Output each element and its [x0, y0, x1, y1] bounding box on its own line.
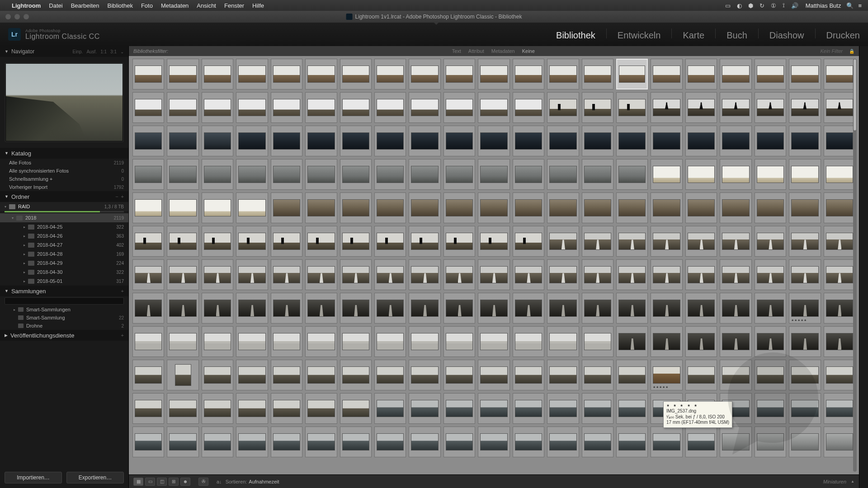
- thumbnail-cell[interactable]: [305, 259, 337, 290]
- thumbnail-cell[interactable]: [305, 293, 337, 324]
- folders-plus-icon[interactable]: +: [121, 194, 124, 199]
- module-buch[interactable]: Buch: [726, 30, 747, 41]
- thumbnail-cell[interactable]: [340, 427, 372, 457]
- thumbnail-cell[interactable]: [305, 393, 337, 424]
- thumbnail-cell[interactable]: [755, 159, 786, 190]
- thumbnail-cell[interactable]: [374, 360, 406, 390]
- thumbnail-cell[interactable]: [409, 159, 440, 190]
- thumbnail-cell[interactable]: [202, 326, 233, 357]
- thumbnail-cell[interactable]: [443, 360, 475, 390]
- thumbnail-cell[interactable]: [824, 126, 855, 156]
- thumbnail-cell[interactable]: [236, 259, 268, 290]
- catalog-header[interactable]: ▼ Katalog: [0, 148, 128, 159]
- thumbnail-cell[interactable]: [132, 360, 164, 390]
- navigator-header[interactable]: ▼ Navigator Einp. Ausf. 1:1 3:1 ⌄: [0, 46, 128, 57]
- thumbnail-cell[interactable]: [305, 427, 337, 457]
- thumbnail-cell[interactable]: [755, 427, 786, 457]
- thumbnail-cell[interactable]: [132, 393, 164, 424]
- thumbnail-cell[interactable]: [616, 126, 648, 156]
- thumbnail-cell[interactable]: [340, 192, 372, 223]
- thumbnail-cell[interactable]: [685, 92, 717, 123]
- thumbnail-cell[interactable]: [616, 293, 648, 324]
- thumbnail-cell[interactable]: [478, 427, 509, 457]
- thumbnail-cell[interactable]: [582, 192, 613, 223]
- thumbnail-cell[interactable]: [132, 159, 164, 190]
- thumbnail-cell[interactable]: [651, 326, 682, 357]
- thumbnail-cell[interactable]: [443, 259, 475, 290]
- thumbnail-cell[interactable]: [824, 360, 855, 390]
- thumbnail-cell[interactable]: [167, 226, 198, 257]
- menu-datei[interactable]: Datei: [49, 2, 62, 9]
- thumbnail-cell[interactable]: [789, 393, 821, 424]
- thumbnail-cell[interactable]: [167, 92, 198, 123]
- thumbnail-cell[interactable]: [443, 226, 475, 257]
- thumbnail-cell[interactable]: [167, 259, 198, 290]
- thumbnail-cell[interactable]: [755, 393, 786, 424]
- thumbnail-cell[interactable]: [236, 427, 268, 457]
- thumbnail-cell[interactable]: [789, 92, 821, 123]
- thumbnail-cell[interactable]: [443, 59, 475, 89]
- thumbnail-cell[interactable]: [132, 192, 164, 223]
- thumbnail-cell[interactable]: [236, 326, 268, 357]
- collection-row[interactable]: Drohne2: [0, 322, 128, 330]
- navigator-fit[interactable]: Einp.: [73, 49, 83, 54]
- thumbnail-cell[interactable]: [582, 326, 613, 357]
- thumbnail-cell[interactable]: [720, 427, 751, 457]
- thumbnail-cell[interactable]: [685, 427, 717, 457]
- thumbnail-cell[interactable]: [340, 92, 372, 123]
- thumbnail-cell[interactable]: [409, 92, 440, 123]
- catalog-row[interactable]: Vorheriger Import1792: [0, 183, 128, 191]
- menu-foto[interactable]: Foto: [141, 2, 153, 9]
- wifi-icon[interactable]: ⟟: [783, 2, 785, 9]
- folder-date-row[interactable]: ▸2018-04-28169: [0, 249, 128, 258]
- thumbnail-cell[interactable]: [271, 393, 302, 424]
- thumbnail-cell[interactable]: [478, 192, 509, 223]
- catalog-row[interactable]: Schnellsammlung +0: [0, 175, 128, 183]
- collection-row[interactable]: Smart-Sammlung22: [0, 314, 128, 322]
- thumbnail-cell[interactable]: [271, 92, 302, 123]
- folder-date-row[interactable]: ▸2018-04-25322: [0, 222, 128, 231]
- thumbnail-cell[interactable]: [616, 192, 648, 223]
- thumbnail-cell[interactable]: [271, 226, 302, 257]
- thumbnail-cell[interactable]: [202, 192, 233, 223]
- thumbnail-cell[interactable]: [132, 259, 164, 290]
- thumbnail-cell[interactable]: [167, 393, 198, 424]
- thumbnail-cell[interactable]: [582, 126, 613, 156]
- painter-tool-button[interactable]: ✇: [198, 478, 208, 486]
- collections-header[interactable]: ▼ Sammlungen +: [0, 286, 128, 296]
- collections-plus-icon[interactable]: +: [121, 288, 124, 294]
- thumbnail-cell[interactable]: [824, 427, 855, 457]
- thumbnail-cell[interactable]: [340, 226, 372, 257]
- thumbnail-cell[interactable]: [202, 393, 233, 424]
- thumbnail-cell[interactable]: [755, 259, 786, 290]
- thumbnail-cell[interactable]: [755, 92, 786, 123]
- menu-bibliothek[interactable]: Bibliothek: [108, 2, 133, 9]
- thumbnail-cell[interactable]: [478, 360, 509, 390]
- folder-date-row[interactable]: ▸2018-04-27402: [0, 240, 128, 249]
- thumbnail-cell[interactable]: ★★★★★: [651, 360, 682, 390]
- scrollbar-thumb[interactable]: [853, 59, 857, 131]
- filter-attribute-tab[interactable]: Attribut: [468, 48, 484, 54]
- thumbnail-cell[interactable]: [202, 126, 233, 156]
- thumbnail-cell[interactable]: [720, 226, 751, 257]
- thumbnail-cell[interactable]: [789, 360, 821, 390]
- disclosure-triangle-icon[interactable]: ▸: [24, 261, 28, 265]
- folders-minus-icon[interactable]: −: [115, 194, 118, 199]
- thumbnail-cell[interactable]: [824, 226, 855, 257]
- thumbnail-cell[interactable]: [374, 393, 406, 424]
- thumbnail-cell[interactable]: [720, 360, 751, 390]
- thumbnail-cell[interactable]: [755, 360, 786, 390]
- thumbnail-cell[interactable]: [582, 59, 613, 89]
- thumbnail-cell[interactable]: [513, 59, 544, 89]
- thumbnail-cell[interactable]: [582, 393, 613, 424]
- thumbnail-cell[interactable]: [305, 126, 337, 156]
- thumbnail-cell[interactable]: [374, 259, 406, 290]
- thumbnail-cell[interactable]: [305, 159, 337, 190]
- thumbnail-cell[interactable]: [409, 259, 440, 290]
- thumbnail-cell[interactable]: [616, 360, 648, 390]
- thumbnail-cell[interactable]: [547, 360, 579, 390]
- thumbnail-cell[interactable]: [202, 226, 233, 257]
- thumbnail-cell[interactable]: [236, 293, 268, 324]
- thumbnail-cell[interactable]: [443, 159, 475, 190]
- thumbnail-cell[interactable]: [132, 226, 164, 257]
